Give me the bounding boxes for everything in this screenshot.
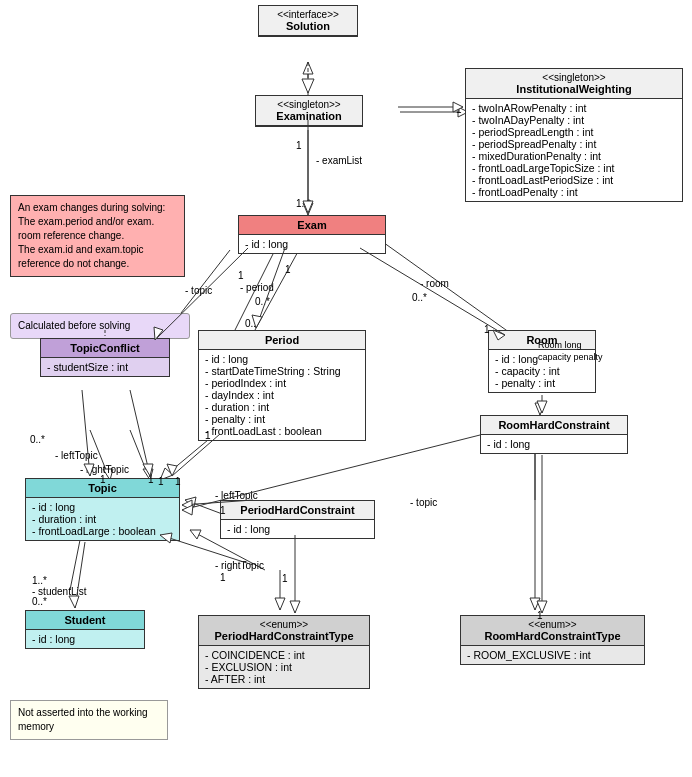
mult-0star-tc: 0..*: [30, 434, 45, 445]
mult-11-topic2: 1: [175, 476, 181, 487]
righttopic-phc: - rightTopic: [215, 560, 264, 571]
room-hc-type-box: <<enum>> RoomHardConstraintType - ROOM_E…: [460, 615, 645, 665]
mult-0star-period: 0..*: [255, 296, 270, 307]
svg-marker-25: [530, 598, 540, 610]
rhc-name: RoomHardConstraint: [487, 419, 621, 431]
mult-1-phc-right: 1: [220, 572, 226, 583]
svg-marker-27: [535, 403, 545, 415]
mult-1-period-arrow: 1: [205, 430, 211, 441]
svg-marker-49: [69, 596, 79, 608]
svg-line-14: [130, 430, 150, 480]
period-box: Period - id : long - startDateTimeString…: [198, 330, 366, 441]
lefttopic-phc: - leftTopic: [215, 490, 258, 501]
mult-1-topic-exam: 1: [238, 270, 244, 281]
period-hard-constraint-box: PeriodHardConstraint - id : long: [220, 500, 375, 539]
topic-box: Topic - id : long - duration : int - fro…: [25, 478, 180, 541]
topic-label-rhc: - topic: [410, 497, 437, 508]
topic-label-exam: - topic: [185, 285, 212, 296]
not-asserted-text: Not asserted into the working memory: [18, 706, 160, 734]
mult-1-topic-left: 1: [100, 474, 106, 485]
calculated-note: Calculated before solving: [10, 313, 190, 339]
svg-marker-1: [303, 62, 313, 74]
svg-marker-57: [537, 401, 547, 413]
institutional-weighting-box: <<singleton>> InstitutionalWeighting - t…: [465, 68, 683, 202]
topic-conflict-box: TopicConflict - studentSize : int: [40, 338, 170, 377]
svg-line-44: [130, 390, 150, 476]
rhct-name: RoomHardConstraintType: [467, 630, 638, 642]
mult-1-room: 1: [484, 324, 490, 335]
exam-box: Exam - id : long: [238, 215, 386, 254]
svg-marker-18: [185, 497, 196, 507]
mult-11-topic: 1: [158, 476, 164, 487]
studentlist-label: 1..*- studentList: [32, 575, 86, 597]
diagram: <<interface>> Solution <<singleton>> Exa…: [0, 0, 692, 777]
solution-name: Solution: [265, 20, 351, 32]
svg-marker-47: [167, 464, 177, 476]
svg-line-38: [360, 248, 505, 335]
iw-name: InstitutionalWeighting: [472, 83, 676, 95]
phc-name: PeriodHardConstraint: [227, 504, 368, 516]
not-asserted-note: Not asserted into the working memory: [10, 700, 168, 740]
exam-changes-note: An exam changes during solving:The exam.…: [10, 195, 185, 277]
calculated-text: Calculated before solving: [18, 319, 182, 333]
period-hc-type-box: <<enum>> PeriodHardConstraintType - COIN…: [198, 615, 370, 689]
room-hard-constraint-box: RoomHardConstraint - id : long: [480, 415, 628, 454]
solution-stereotype: <<interface>>: [265, 9, 351, 20]
lefttopic-label: - leftTopic: [55, 450, 98, 461]
svg-marker-55: [290, 601, 300, 613]
examination-box: <<singleton>> Examination: [255, 95, 363, 127]
examination-stereotype: <<singleton>>: [262, 99, 356, 110]
mult-1star-exam: 1..*: [296, 198, 311, 209]
solution-box: <<interface>> Solution: [258, 5, 358, 37]
svg-marker-20: [190, 530, 201, 539]
room-capacity-penalty-label: Room longcapacity penalty: [538, 340, 638, 363]
mult-1-phc-left: 1: [220, 505, 226, 516]
mult-1-period-side: 1: [285, 264, 291, 275]
rhct-stereotype: <<enum>>: [467, 619, 638, 630]
mult-1-phc-phct: 1: [282, 573, 288, 584]
mult-1-iw: 1: [456, 104, 462, 115]
student-box: Student - id : long: [25, 610, 145, 649]
period-label: - period: [240, 282, 274, 293]
examination-name: Examination: [262, 110, 356, 122]
phct-stereotype: <<enum>>: [205, 619, 363, 630]
exam-changes-text: An exam changes during solving:The exam.…: [18, 201, 177, 271]
svg-marker-31: [302, 79, 314, 93]
iw-stereotype: <<singleton>>: [472, 72, 676, 83]
mult-0star-room: 0..*: [412, 292, 427, 303]
period-name: Period: [205, 334, 359, 346]
room-label: - room: [420, 278, 449, 289]
topic-conflict-name: TopicConflict: [47, 342, 163, 354]
mult-1-exam-top: 1: [296, 140, 302, 151]
phct-name: PeriodHardConstraintType: [205, 630, 363, 642]
mult-1-rhc-rhct: 1: [537, 610, 543, 621]
svg-marker-22: [275, 598, 285, 610]
mult-0star-period-side: 0..*: [245, 318, 260, 329]
mult-0star-student: 0..*: [32, 596, 47, 607]
svg-line-8: [380, 240, 520, 340]
svg-marker-59: [182, 505, 193, 515]
examlist-label: - examList: [316, 155, 362, 166]
student-name: Student: [32, 614, 138, 626]
mult-1-topic-right: 1: [148, 474, 154, 485]
exam-name: Exam: [245, 219, 379, 231]
svg-marker-51: [182, 500, 192, 510]
